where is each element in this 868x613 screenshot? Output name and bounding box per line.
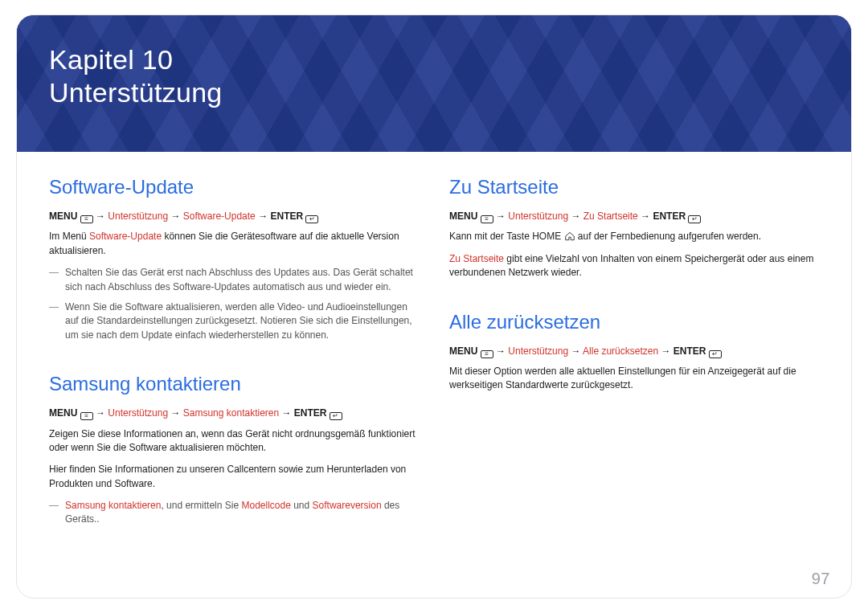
enter-icon: ↵ xyxy=(305,215,318,223)
text-red: Software-Update xyxy=(89,231,162,242)
menu-path-contact: MENU ≡ → Unterstützung → Samsung kontakt… xyxy=(49,407,420,420)
home-icon xyxy=(564,231,575,241)
text-red: Modellcode xyxy=(241,500,290,511)
note-item: Samsung kontaktieren, und ermitteln Sie … xyxy=(49,499,420,527)
menu-label: MENU xyxy=(449,210,477,222)
enter-label: ENTER xyxy=(270,210,303,222)
menu-path-support: Unterstützung xyxy=(108,210,168,222)
software-update-notes: Schalten Sie das Gerät erst nach Abschlu… xyxy=(49,266,420,342)
menu-path-reset: MENU ≡ → Unterstützung → Alle zurücksetz… xyxy=(449,345,821,358)
content-columns: Software-Update MENU ≡ → Unterstützung →… xyxy=(17,152,851,535)
heading-home: Zu Startseite xyxy=(449,176,821,198)
contact-notes: Samsung kontaktieren, und ermitteln Sie … xyxy=(49,499,420,527)
note-item: Wenn Sie die Software aktualisieren, wer… xyxy=(49,300,420,342)
text-part: , und ermitteln Sie xyxy=(161,500,241,511)
chapter-label: Kapitel 10 xyxy=(49,44,851,76)
menu-path-item: Alle zurücksetzen xyxy=(583,345,658,357)
contact-p1: Zeigen Sie diese Informationen an, wenn … xyxy=(49,427,420,456)
text-part: gibt eine Vielzahl von Inhalten von eine… xyxy=(449,253,813,278)
page: Kapitel 10 Unterstützung Software-Update… xyxy=(0,0,868,613)
menu-icon: ≡ xyxy=(80,215,93,223)
reset-p1: Mit dieser Option werden alle aktuellen … xyxy=(449,365,821,393)
right-column: Zu Startseite MENU ≡ → Unterstützung → Z… xyxy=(449,176,821,535)
note-item: Schalten Sie das Gerät erst nach Abschlu… xyxy=(49,266,420,294)
section-software-update: Software-Update MENU ≡ → Unterstützung →… xyxy=(49,176,420,342)
menu-label: MENU xyxy=(49,407,77,419)
enter-label: ENTER xyxy=(294,407,327,419)
text-part: und xyxy=(291,500,313,511)
menu-icon: ≡ xyxy=(80,412,93,420)
heading-reset-all: Alle zurücksetzen xyxy=(449,311,821,333)
contact-p2: Hier finden Sie Informationen zu unseren… xyxy=(49,463,420,491)
text-red: Samsung kontaktieren xyxy=(65,500,161,511)
enter-label: ENTER xyxy=(674,345,706,357)
heading-software-update: Software-Update xyxy=(49,176,420,198)
menu-path-item: Software-Update xyxy=(183,210,256,222)
text-part: Im Menü xyxy=(49,231,89,242)
text-red: Softwareversion xyxy=(313,500,382,511)
home-key-label: HOME xyxy=(532,231,561,242)
menu-icon: ≡ xyxy=(481,215,493,223)
menu-path-item: Samsung kontaktieren xyxy=(183,407,279,419)
text-part: auf der Fernbedienung aufgerufen werden. xyxy=(578,231,761,242)
section-contact-samsung: Samsung kontaktieren MENU ≡ → Unterstütz… xyxy=(49,373,420,527)
enter-icon: ↵ xyxy=(709,350,722,358)
section-reset-all: Alle zurücksetzen MENU ≡ → Unterstützung… xyxy=(449,311,821,393)
text-part: Kann mit der Taste xyxy=(449,231,532,242)
menu-path-support: Unterstützung xyxy=(508,210,568,222)
home-p2: Zu Startseite gibt eine Vielzahl von Inh… xyxy=(449,252,821,280)
home-p1: Kann mit der Taste HOME auf der Fernbedi… xyxy=(449,230,821,243)
software-update-intro: Im Menü Software-Update können Sie die G… xyxy=(49,230,420,258)
menu-path-software-update: MENU ≡ → Unterstützung → Software-Update… xyxy=(49,210,420,223)
document-sheet: Kapitel 10 Unterstützung Software-Update… xyxy=(16,14,852,599)
left-column: Software-Update MENU ≡ → Unterstützung →… xyxy=(49,176,420,535)
menu-path-support: Unterstützung xyxy=(108,407,168,419)
menu-icon: ≡ xyxy=(481,350,493,358)
menu-path-support: Unterstützung xyxy=(508,345,568,357)
enter-icon: ↵ xyxy=(330,412,342,420)
chapter-title: Unterstützung xyxy=(49,77,851,108)
page-number: 97 xyxy=(812,570,830,588)
menu-label: MENU xyxy=(49,210,77,222)
menu-path-home: MENU ≡ → Unterstützung → Zu Startseite →… xyxy=(449,210,821,223)
chapter-hero: Kapitel 10 Unterstützung xyxy=(17,15,851,152)
menu-label: MENU xyxy=(449,345,477,357)
text-red: Zu Startseite xyxy=(449,253,504,264)
menu-path-item: Zu Startseite xyxy=(583,210,638,222)
heading-contact-samsung: Samsung kontaktieren xyxy=(49,373,420,395)
section-home: Zu Startseite MENU ≡ → Unterstützung → Z… xyxy=(449,176,821,280)
enter-icon: ↵ xyxy=(688,215,701,223)
enter-label: ENTER xyxy=(653,210,686,222)
